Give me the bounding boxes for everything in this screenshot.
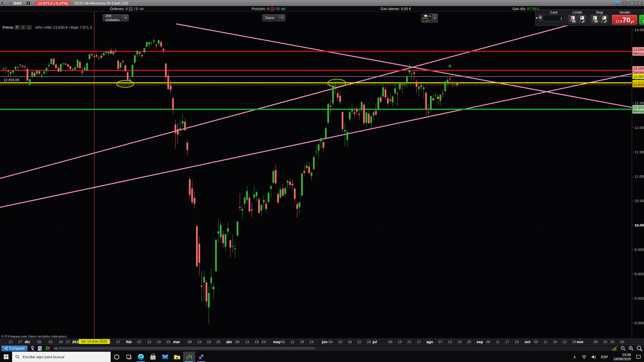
x-axis-tick-label: 19 [157,340,161,344]
x-axis-tick-label: 27 [18,340,22,344]
scroll-left-arrow-icon[interactable]: ◀ [53,347,58,350]
sell-button[interactable]: 12.8 70, 8 [612,15,637,24]
chart-type-caret-icon[interactable]: ▼ [432,14,438,23]
show-hidden-icons-button[interactable]: ∧ [570,352,579,362]
stop-label: Stop [596,10,603,15]
quantity-label: Cant [550,10,558,15]
x-axis-tick-label: 25 [216,340,221,344]
minimize-button[interactable]: − [621,1,628,6]
x-axis-tick-label: 24 [262,340,266,344]
position-close-icon[interactable] [270,7,274,11]
y-axis-tick-label: 10.000 [634,223,644,227]
limit-buy-order-icon[interactable] [568,15,577,23]
price-indicator-legend: Precio ⚒ ▼ ▲ Año:+Alto 13.830,6 +Bajo 7.… [1,25,94,30]
task-view-button[interactable] [123,352,135,362]
stop-buy-order-icon[interactable] [590,15,599,23]
cortana-icon [114,354,120,360]
window-title-bar: ▼ DAX i 12.873,3 (-0,47%) 23:07:48 Alema… [0,0,644,6]
x-axis-tick-label: 11 [496,340,500,344]
start-button[interactable] [0,352,12,362]
limit-column: Límite [567,10,588,25]
scrollbar-thumb[interactable] [58,347,315,350]
bottom-toolbar: Compartir ◀ [0,345,644,352]
x-axis-tick-label: 21 [9,340,13,344]
panel-settings-wrench-icon[interactable]: ⚒ [539,15,542,21]
buy-column: Comprar 12.8 75, 8 [638,10,644,25]
price-chart[interactable]: R12.916,0514.00013.50013.00012.50012.000… [0,0,644,362]
chart-horizontal-scrollbar[interactable]: ◀ [53,346,612,350]
instrument-name: DAX [14,1,22,5]
file-explorer-icon [174,354,181,360]
taskbar-app-edge[interactable] [135,352,147,362]
x-axis-tick-label: mar [173,340,180,344]
timeframe-dropdown-caret-icon[interactable]: ▼ [279,15,285,21]
x-axis-tick-label: 04 [329,340,333,344]
language-indicator[interactable]: ESP [599,352,610,362]
chart-type-button[interactable]: ▼ [421,14,438,23]
buy-price-prefix: 12.8 [642,19,644,23]
network-button[interactable] [580,352,589,362]
indicator-name: Precio [3,25,13,29]
x-axis-tick-label: 07 [138,340,142,344]
volume-button[interactable] [589,352,598,362]
taskbar-app-trading-platform[interactable] [183,352,195,362]
x-axis-tick-label: 17 [505,340,509,344]
chart-copyright: © IT-Finance.com Datos recibidos indicat… [1,335,67,338]
stop-sell-order-icon[interactable] [600,15,608,23]
timeframe-dropdown[interactable]: Diario ▼ [262,14,285,21]
taskbar-app-dots[interactable] [195,352,207,362]
sell-price-big: 70, [622,17,632,23]
units-dropdown-caret-icon[interactable]: ▼ [123,15,129,21]
x-axis-tick-label: 19 [207,340,211,344]
close-button[interactable]: × [636,1,643,6]
x-axis-tick-label: feb [126,340,132,344]
indicator-buy-page-icon[interactable]: ▲ [27,25,31,29]
chart-type-icon[interactable] [421,14,432,23]
x-axis-tick-label: 11 [543,340,547,344]
orders-settings-gear-icon[interactable]: ⚙⚙ [139,7,143,11]
x-axis-tick-label: sep [476,340,483,344]
highlight-ellipse [117,80,134,87]
svg-text:13.169,9: 13.169,9 [633,67,644,70]
y-axis-tick-label: 9.000 [634,272,644,276]
taskbar-app-mail[interactable] [159,352,171,362]
windows-logo-icon [4,354,9,359]
taskbar-app-explorer[interactable] [171,352,183,362]
svg-text:13.045: 13.045 [633,75,643,78]
orders-count: 0 [126,7,128,11]
price-change-badge: 12.873,3 (-0,47%) [35,1,71,6]
action-center-button[interactable] [634,352,643,362]
search-placeholder: Escribe aquí para buscar [23,355,65,359]
mail-app-icon [162,353,169,360]
clock-time: 23:08 [613,353,631,357]
indicator-sell-page-icon[interactable]: ▼ [21,25,25,29]
taskbar-clock[interactable]: 23:08 18/08/2020 [611,353,633,361]
zoom-area-magnifier-icon[interactable] [636,345,642,351]
taskbar-search-input[interactable]: Escribe aquí para buscar [12,352,111,362]
zoom-out-icon[interactable] [620,346,626,351]
detach-window-icon[interactable] [30,346,35,351]
buy-button[interactable]: 12.8 75, 8 [639,15,644,24]
indicator-wrench-icon[interactable]: ⚒ [15,25,19,29]
share-button[interactable]: Compartir [2,346,27,351]
panel-expander-arrow[interactable]: ▶ [536,16,539,19]
taskbar-app-store[interactable] [147,352,159,362]
cortana-button[interactable] [111,352,123,362]
candlestick-app-icon [2,1,7,5]
x-axis-tick-label: 25 [467,340,471,344]
latent-gain-group: Gan latente: 0,00 € [381,7,411,11]
auto-scale-icon[interactable] [612,346,618,351]
microsoft-store-icon [150,354,156,360]
order-book-icon[interactable] [45,346,51,351]
units-dropdown[interactable]: 200 unidades ▼ [103,14,129,21]
zoom-in-icon[interactable] [628,346,634,351]
maximize-button[interactable]: □ [629,1,635,6]
limit-sell-order-icon[interactable] [578,15,586,23]
info-icon[interactable]: i [26,1,30,5]
position-settings-gear-icon[interactable]: ⚙⚙ [280,7,285,11]
x-axis-tick-label: 08 [188,340,192,344]
notes-list-icon[interactable] [37,346,43,351]
instrument-dropdown-caret[interactable]: ▼ [9,2,12,5]
quantity-input[interactable]: 1 [543,15,565,21]
orders-icon[interactable] [129,7,133,11]
